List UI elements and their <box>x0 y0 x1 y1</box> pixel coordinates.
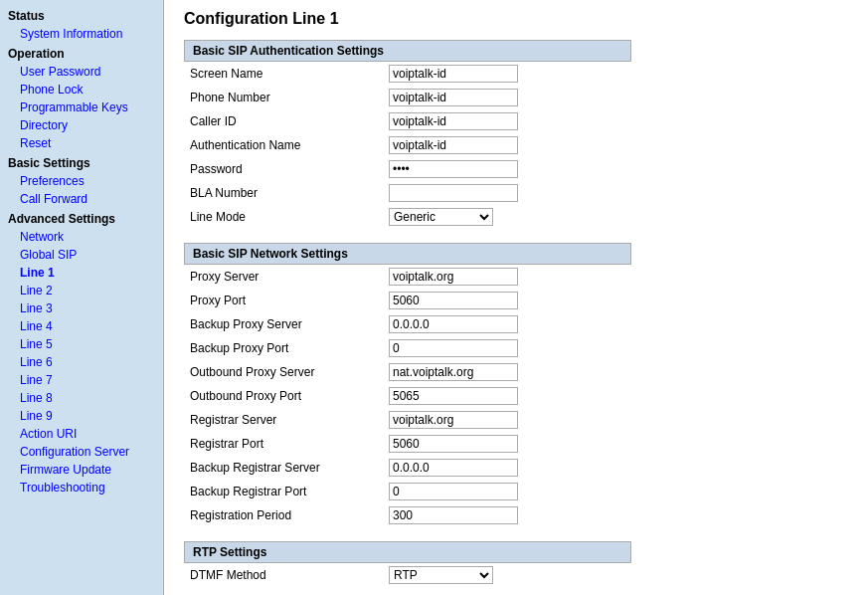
input-backup-proxy-port[interactable] <box>389 339 518 357</box>
field-row-backup-proxy-port: Backup Proxy Port <box>184 336 631 360</box>
field-label-password: Password <box>184 157 383 181</box>
nav-item-global-sip[interactable]: Global SIP <box>0 246 163 264</box>
field-input-cell-authentication-name <box>383 133 631 157</box>
main-content: Configuration Line 1 Basic SIP Authentic… <box>164 0 868 595</box>
nav-item-programmable-keys[interactable]: Programmable Keys <box>0 99 163 116</box>
field-input-cell-outbound-proxy-port <box>383 384 631 408</box>
field-label-registration-period: Registration Period <box>184 503 383 527</box>
nav-item-line-1[interactable]: Line 1 <box>0 264 163 282</box>
field-input-cell-registrar-port <box>383 432 631 456</box>
input-bla-number[interactable] <box>389 184 518 202</box>
field-label-line-mode: Line Mode <box>184 205 383 229</box>
input-outbound-proxy-port[interactable] <box>389 387 518 405</box>
section-header-rtp-settings: RTP Settings <box>184 541 631 563</box>
input-proxy-server[interactable] <box>389 268 518 286</box>
field-input-cell-bla-number <box>383 181 631 205</box>
select-dtmf-method[interactable]: RTPSIP INFOIn-Band <box>389 566 493 584</box>
field-row-outbound-proxy-port: Outbound Proxy Port <box>184 384 631 408</box>
field-input-cell-backup-proxy-port <box>383 336 631 360</box>
nav-item-call-forward[interactable]: Call Forward <box>0 190 163 208</box>
nav-item-reset[interactable]: Reset <box>0 134 163 152</box>
nav-item-phone-lock[interactable]: Phone Lock <box>0 81 163 99</box>
nav-item-line-6[interactable]: Line 6 <box>0 353 163 371</box>
input-screen-name[interactable] <box>389 65 518 83</box>
nav-item-line-2[interactable]: Line 2 <box>0 282 163 299</box>
field-label-screen-name: Screen Name <box>184 62 383 86</box>
nav-item-line-5[interactable]: Line 5 <box>0 335 163 353</box>
field-label-backup-proxy-port: Backup Proxy Port <box>184 336 383 360</box>
field-input-cell-registrar-server <box>383 408 631 432</box>
field-input-cell-proxy-port <box>383 289 631 312</box>
field-label-dtmf-method: DTMF Method <box>184 563 383 587</box>
form-table-rtp-settings: DTMF MethodRTPSIP INFOIn-Band <box>184 563 631 587</box>
section-basic-sip-auth: Basic SIP Authentication SettingsScreen … <box>184 40 848 229</box>
field-input-cell-caller-id <box>383 109 631 133</box>
input-backup-proxy-server[interactable] <box>389 315 518 333</box>
input-registration-period[interactable] <box>389 506 518 524</box>
field-row-caller-id: Caller ID <box>184 109 631 133</box>
field-row-outbound-proxy-server: Outbound Proxy Server <box>184 360 631 384</box>
input-proxy-port[interactable] <box>389 292 518 309</box>
section-header-basic-sip-network: Basic SIP Network Settings <box>184 243 631 265</box>
field-label-backup-registrar-server: Backup Registrar Server <box>184 456 383 480</box>
input-backup-registrar-port[interactable] <box>389 483 518 500</box>
page-title: Configuration Line 1 <box>184 10 848 28</box>
field-row-dtmf-method: DTMF MethodRTPSIP INFOIn-Band <box>184 563 631 587</box>
nav-item-directory[interactable]: Directory <box>0 116 163 134</box>
nav-item-network[interactable]: Network <box>0 228 163 246</box>
field-row-authentication-name: Authentication Name <box>184 133 631 157</box>
field-input-cell-backup-proxy-server <box>383 312 631 336</box>
field-input-cell-registration-period <box>383 503 631 527</box>
field-label-caller-id: Caller ID <box>184 109 383 133</box>
field-label-authentication-name: Authentication Name <box>184 133 383 157</box>
input-backup-registrar-server[interactable] <box>389 459 518 477</box>
field-input-cell-password <box>383 157 631 181</box>
field-input-cell-line-mode: GenericShared <box>383 205 631 229</box>
input-authentication-name[interactable] <box>389 136 518 154</box>
nav-section-operation: Operation <box>0 43 163 63</box>
field-row-phone-number: Phone Number <box>184 86 631 109</box>
nav-item-line-3[interactable]: Line 3 <box>0 299 163 317</box>
field-input-cell-backup-registrar-server <box>383 456 631 480</box>
field-row-proxy-server: Proxy Server <box>184 265 631 289</box>
nav-item-configuration-server[interactable]: Configuration Server <box>0 443 163 461</box>
field-row-backup-registrar-port: Backup Registrar Port <box>184 480 631 503</box>
input-caller-id[interactable] <box>389 112 518 130</box>
field-row-backup-proxy-server: Backup Proxy Server <box>184 312 631 336</box>
field-row-backup-registrar-server: Backup Registrar Server <box>184 456 631 480</box>
field-input-cell-proxy-server <box>383 265 631 289</box>
select-line-mode[interactable]: GenericShared <box>389 208 493 226</box>
nav-item-user-password[interactable]: User Password <box>0 63 163 81</box>
field-label-proxy-port: Proxy Port <box>184 289 383 312</box>
nav-item-line-9[interactable]: Line 9 <box>0 407 163 425</box>
section-header-basic-sip-auth: Basic SIP Authentication Settings <box>184 40 631 62</box>
input-outbound-proxy-server[interactable] <box>389 363 518 381</box>
nav-item-action-uri[interactable]: Action URI <box>0 425 163 443</box>
field-input-cell-phone-number <box>383 86 631 109</box>
field-row-registrar-port: Registrar Port <box>184 432 631 456</box>
field-label-proxy-server: Proxy Server <box>184 265 383 289</box>
input-registrar-port[interactable] <box>389 435 518 453</box>
nav-item-firmware-update[interactable]: Firmware Update <box>0 461 163 479</box>
input-password[interactable] <box>389 160 518 178</box>
field-label-registrar-port: Registrar Port <box>184 432 383 456</box>
nav-item-line-4[interactable]: Line 4 <box>0 317 163 335</box>
nav-item-line-8[interactable]: Line 8 <box>0 389 163 407</box>
field-row-bla-number: BLA Number <box>184 181 631 205</box>
form-table-basic-sip-auth: Screen NamePhone NumberCaller IDAuthenti… <box>184 62 631 229</box>
nav-item-system-information[interactable]: System Information <box>0 25 163 43</box>
nav-item-line-7[interactable]: Line 7 <box>0 371 163 389</box>
nav-section-advanced-settings: Advanced Settings <box>0 208 163 228</box>
section-rtp-settings: RTP SettingsDTMF MethodRTPSIP INFOIn-Ban… <box>184 541 848 587</box>
input-registrar-server[interactable] <box>389 411 518 429</box>
sidebar: StatusSystem InformationOperationUser Pa… <box>0 0 164 595</box>
input-phone-number[interactable] <box>389 89 518 106</box>
nav-section-basic-settings: Basic Settings <box>0 152 163 172</box>
field-input-cell-screen-name <box>383 62 631 86</box>
field-row-registration-period: Registration Period <box>184 503 631 527</box>
nav-item-preferences[interactable]: Preferences <box>0 172 163 190</box>
nav-item-troubleshooting[interactable]: Troubleshooting <box>0 479 163 496</box>
field-label-phone-number: Phone Number <box>184 86 383 109</box>
field-row-line-mode: Line ModeGenericShared <box>184 205 631 229</box>
field-input-cell-backup-registrar-port <box>383 480 631 503</box>
